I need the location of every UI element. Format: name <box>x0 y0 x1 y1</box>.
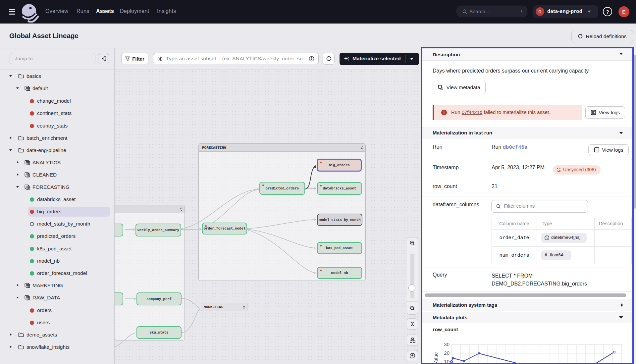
svg-text:10: 10 <box>444 359 450 363</box>
svg-text:Value: Value <box>433 352 439 363</box>
svg-text:20: 20 <box>444 350 450 356</box>
svg-text:30: 30 <box>444 341 450 347</box>
